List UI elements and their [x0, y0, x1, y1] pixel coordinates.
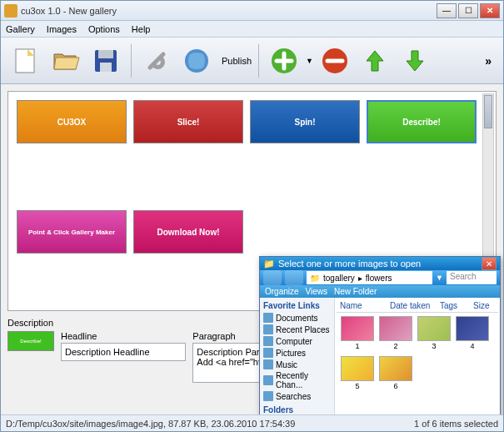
- dialog-nav: 📁togallery▸flowers ▼ Search: [260, 270, 500, 285]
- headline-input[interactable]: [61, 343, 186, 361]
- separator: [131, 44, 132, 78]
- fav-pictures[interactable]: Pictures: [263, 347, 331, 359]
- new-folder-button[interactable]: New Folder: [334, 287, 377, 296]
- views-button[interactable]: Views: [306, 287, 328, 296]
- gallery-thumb-5[interactable]: Point & Click Gallery Maker: [17, 210, 127, 254]
- menu-images[interactable]: Images: [47, 24, 77, 34]
- move-up-button[interactable]: [357, 43, 393, 79]
- dialog-toolbar: Organize Views New Folder: [260, 285, 500, 298]
- nav-back-button[interactable]: [263, 270, 282, 285]
- save-button[interactable]: [87, 43, 124, 79]
- gallery-thumb-2[interactable]: Slice!: [133, 100, 243, 143]
- remove-button[interactable]: [317, 43, 353, 79]
- favorites-header: Favorite Links: [263, 301, 331, 310]
- fav-recent[interactable]: Recent Places: [263, 324, 331, 335]
- gallery-thumb-1[interactable]: CU3OX: [17, 100, 127, 143]
- svg-rect-0: [16, 49, 34, 73]
- wrench-button[interactable]: [138, 43, 175, 79]
- search-input[interactable]: Search: [447, 271, 497, 284]
- headline-label: Headline: [61, 331, 186, 341]
- dialog-title: Select one or more images to open: [278, 259, 482, 269]
- app-icon: [4, 4, 17, 18]
- new-button[interactable]: [7, 43, 44, 79]
- menubar: Gallery Images Options Help: [1, 21, 503, 38]
- move-down-button[interactable]: [397, 43, 433, 79]
- column-headers[interactable]: Name Date taken Tags Size: [337, 299, 498, 313]
- publish-label: Publish: [222, 56, 252, 66]
- publish-button[interactable]: [178, 43, 215, 79]
- fav-music[interactable]: Music: [263, 359, 331, 370]
- status-path: D:/Temp/cu3ox/site/images/image4.jpg, 87…: [6, 419, 414, 429]
- svg-rect-2: [98, 50, 113, 58]
- file-thumb-3[interactable]: 3: [417, 316, 452, 353]
- gallery-thumb-6[interactable]: Download Now!: [133, 210, 243, 254]
- titlebar: cu3ox 1.0 - New gallery — ☐ ✕: [1, 1, 503, 21]
- gallery-thumb-4[interactable]: Describe!: [367, 100, 477, 143]
- fav-computer[interactable]: Computer: [263, 335, 331, 347]
- file-thumb-1[interactable]: 1: [340, 316, 375, 353]
- window-title: cu3ox 1.0 - New gallery: [21, 6, 437, 16]
- fav-recently[interactable]: Recently Chan...: [263, 370, 331, 390]
- dialog-close-button[interactable]: ✕: [482, 257, 497, 270]
- description-thumb[interactable]: Describe!: [7, 331, 54, 351]
- close-button[interactable]: ✕: [480, 3, 500, 18]
- add-button[interactable]: [266, 43, 302, 79]
- file-thumb-4[interactable]: 4: [455, 316, 490, 353]
- folders-header[interactable]: Folders: [263, 405, 331, 414]
- toolbar: Publish ▼ »: [1, 38, 503, 84]
- status-selection: 1 of 6 items selected: [414, 419, 498, 429]
- open-button[interactable]: [47, 43, 84, 79]
- separator: [258, 44, 259, 78]
- svg-rect-3: [100, 63, 112, 72]
- dialog-titlebar: 📁 Select one or more images to open ✕: [260, 257, 500, 270]
- nav-forward-button[interactable]: [285, 270, 303, 285]
- file-thumb-5[interactable]: 5: [340, 356, 375, 393]
- maximize-button[interactable]: ☐: [458, 3, 478, 18]
- menu-gallery[interactable]: Gallery: [6, 24, 35, 34]
- file-icon: 📁: [263, 259, 275, 269]
- file-thumb-6[interactable]: 6: [378, 356, 413, 393]
- file-thumb-2[interactable]: 2: [378, 316, 413, 353]
- fav-searches[interactable]: Searches: [263, 390, 331, 402]
- path-breadcrumb[interactable]: 📁togallery▸flowers: [307, 271, 432, 284]
- dialog-sidebar: Favorite Links Documents Recent Places C…: [260, 298, 335, 414]
- menu-help[interactable]: Help: [132, 24, 151, 34]
- main-area: CU3OX Slice! Spin! Describe! Point & Cli…: [1, 84, 503, 414]
- organize-button[interactable]: Organize: [265, 287, 299, 296]
- dialog-content: Name Date taken Tags Size 1 2 3 4 5 6: [335, 298, 500, 414]
- fav-documents[interactable]: Documents: [263, 312, 331, 324]
- menu-options[interactable]: Options: [88, 24, 120, 34]
- minimize-button[interactable]: —: [437, 3, 457, 18]
- overflow-button[interactable]: »: [480, 54, 497, 68]
- gallery-thumb-3[interactable]: Spin!: [250, 100, 360, 143]
- statusbar: D:/Temp/cu3ox/site/images/image4.jpg, 87…: [1, 414, 503, 431]
- file-open-dialog: 📁 Select one or more images to open ✕ 📁t…: [259, 256, 501, 414]
- add-dropdown-icon[interactable]: ▼: [306, 57, 313, 65]
